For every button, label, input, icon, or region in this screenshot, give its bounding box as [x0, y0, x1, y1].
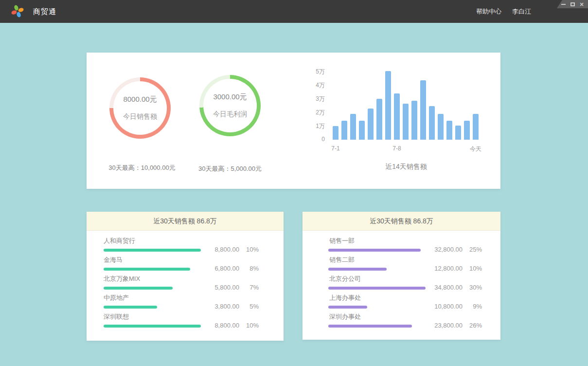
customer-name: 中原地产	[104, 293, 284, 302]
departments-sales-card: 近30天销售额 86.8万 销售一部 32,800.00 25% 销售二部 12…	[303, 212, 500, 340]
amount-value: 6,800.00	[186, 265, 239, 272]
chart-bar	[350, 114, 356, 140]
amount-value: 10,800.00	[409, 303, 463, 310]
today-profit-gauge: 3000.00元 今日毛利润	[199, 75, 261, 136]
percent-value: 30%	[463, 284, 482, 291]
app-title: 商贸通	[33, 0, 56, 23]
departments-card-title: 近30天销售额 86.8万	[303, 212, 500, 231]
chart-bar	[385, 71, 391, 140]
department-name: 上海办事处	[329, 293, 500, 302]
minimize-icon[interactable]	[561, 1, 566, 7]
help-center-link[interactable]: 帮助中心	[476, 7, 501, 16]
user-menu[interactable]: 李白江	[512, 7, 531, 16]
chart-bar	[429, 106, 435, 140]
chart-bar	[420, 80, 426, 140]
today-sales-value: 8000.00元	[123, 95, 157, 104]
chart-bar	[411, 101, 417, 140]
y-tick-label: 3万	[295, 95, 325, 103]
percent-value: 25%	[463, 246, 482, 253]
percent-value: 9%	[463, 303, 482, 310]
amount-value: 23,800.00	[409, 322, 463, 329]
y-tick-label: 1万	[295, 122, 325, 130]
list-item: 中原地产 3,800.00 5%	[87, 293, 284, 312]
percent-value: 10%	[463, 265, 482, 272]
percent-value: 10%	[239, 246, 259, 253]
list-item: 北京分公司 34,800.00 30%	[303, 274, 500, 293]
bar-chart-bars	[333, 63, 480, 140]
list-item: 深圳办事处 23,800.00 26%	[303, 312, 500, 331]
titlebar-nav: 帮助中心 李白江	[476, 0, 531, 23]
percent-value: 7%	[239, 284, 259, 291]
x-axis: 7-17-8今天	[333, 145, 480, 153]
chart-bar	[473, 114, 479, 140]
chart-bar	[376, 99, 382, 140]
customers-card-title: 近30天销售额 86.8万	[87, 212, 284, 231]
list-item: 上海办事处 10,800.00 9%	[303, 293, 500, 312]
list-item: 北京万象MIX 5,800.00 7%	[87, 274, 284, 293]
y-tick-label: 4万	[295, 81, 325, 90]
department-name: 销售一部	[329, 237, 500, 245]
amount-value: 3,800.00	[186, 303, 239, 310]
today-sales-gauge: 8000.00元 今日销售额	[109, 77, 171, 139]
x-tick-label: 7-8	[392, 145, 401, 152]
chart-bar	[464, 121, 470, 140]
profit-30d-max: 30天最高：5,000.00元	[174, 165, 286, 173]
chart-bar	[394, 93, 400, 140]
titlebar: 商贸通 帮助中心 李白江 ✕	[0, 0, 588, 23]
chart-bar	[359, 121, 365, 140]
today-profit-value: 3000.00元	[213, 92, 247, 102]
percent-value: 10%	[239, 322, 259, 329]
chart-bar	[446, 121, 452, 140]
chart-bar	[438, 114, 444, 140]
percent-value: 8%	[239, 265, 259, 272]
today-sales-label: 今日销售额	[123, 112, 157, 121]
amount-value: 32,800.00	[409, 246, 463, 253]
amount-value: 8,800.00	[186, 322, 239, 329]
customer-name: 深圳联想	[104, 312, 284, 321]
customers-list: 人和商贸行 8,800.00 10% 金海马 6,800.00 8% 北京万象M…	[87, 231, 284, 331]
list-item: 金海马 6,800.00 8%	[87, 256, 284, 274]
list-item: 深圳联想 8,800.00 10%	[87, 312, 284, 331]
amount-value: 34,800.00	[409, 284, 463, 291]
chart-bar	[455, 126, 461, 140]
list-item: 人和商贸行 8,800.00 10%	[87, 237, 284, 256]
list-item: 销售一部 32,800.00 25%	[303, 237, 500, 256]
y-tick-label: 0	[295, 136, 325, 143]
customer-name: 北京万象MIX	[104, 274, 284, 283]
y-tick-label: 5万	[295, 68, 325, 76]
chart-bar	[368, 109, 374, 140]
y-axis: 5万4万3万2万1万0	[295, 63, 325, 140]
list-item: 销售二部 12,800.00 10%	[303, 256, 500, 274]
summary-card: 8000.00元 今日销售额 30天最高：10,000.00元 3000.00元…	[87, 53, 500, 189]
x-tick-label: 今天	[470, 145, 481, 153]
departments-list: 销售一部 32,800.00 25% 销售二部 12,800.00 10% 北京…	[303, 231, 500, 331]
percent-value: 26%	[463, 322, 482, 329]
x-tick-label: 7-1	[331, 145, 339, 152]
amount-value: 5,800.00	[186, 284, 239, 291]
amount-value: 12,800.00	[409, 265, 463, 272]
department-name: 北京分公司	[329, 274, 500, 283]
maximize-icon[interactable]	[570, 1, 575, 7]
today-profit-label: 今日毛利润	[213, 110, 247, 119]
window-controls: ✕	[557, 0, 588, 8]
amount-value: 8,800.00	[186, 246, 239, 253]
customer-name: 人和商贸行	[104, 237, 284, 245]
y-tick-label: 2万	[295, 109, 325, 117]
close-icon[interactable]: ✕	[579, 1, 584, 7]
chart-bar	[333, 126, 339, 140]
chart-bar	[341, 121, 347, 140]
chart-caption: 近14天销售额	[333, 163, 480, 171]
chart-bar	[403, 104, 409, 140]
customer-name: 金海马	[104, 256, 284, 264]
department-name: 深圳办事处	[329, 312, 500, 321]
customers-sales-card: 近30天销售额 86.8万 人和商贸行 8,800.00 10% 金海马 6,8…	[87, 212, 284, 341]
percent-value: 5%	[239, 303, 259, 310]
department-name: 销售二部	[329, 256, 500, 264]
pinwheel-logo-icon	[10, 4, 25, 18]
